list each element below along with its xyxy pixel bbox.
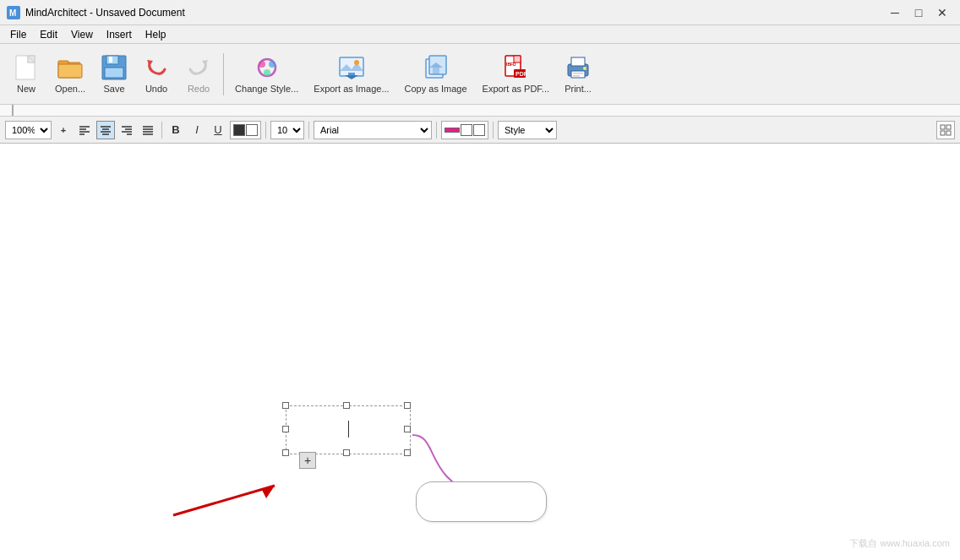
change-style-icon xyxy=(254,54,281,81)
border2-color-swatch xyxy=(473,124,485,136)
svg-marker-14 xyxy=(202,60,208,66)
ruler xyxy=(0,105,960,117)
svg-rect-57 xyxy=(941,131,945,135)
align-left-button[interactable] xyxy=(75,121,94,139)
handle-tl[interactable] xyxy=(282,402,289,409)
menu-view[interactable]: View xyxy=(64,27,100,42)
undo-icon xyxy=(143,54,170,81)
canvas[interactable]: + 下载自 www.huaxia.com xyxy=(0,144,960,560)
title-bar-left: M MindArchitect - Unsaved Document xyxy=(7,6,185,19)
underline-button[interactable]: U xyxy=(209,121,227,139)
export-pdf-button[interactable]: IBFD PDF Export as PDF... xyxy=(477,49,555,100)
font-size-select[interactable]: 10 8 9 11 12 14 16 18 24 xyxy=(270,121,304,139)
svg-rect-36 xyxy=(573,73,583,74)
save-button[interactable]: Save xyxy=(95,49,134,100)
handle-br[interactable] xyxy=(404,449,411,456)
svg-text:IBFD: IBFD xyxy=(506,62,516,67)
italic-button[interactable]: I xyxy=(188,121,206,139)
svg-text:M: M xyxy=(9,8,16,18)
svg-rect-27 xyxy=(433,68,439,74)
menu-bar: File Edit View Insert Help xyxy=(0,25,960,44)
undo-button[interactable]: Undo xyxy=(137,49,176,100)
svg-rect-58 xyxy=(946,131,951,135)
export-image-icon xyxy=(338,54,365,81)
bold-button[interactable]: B xyxy=(166,121,185,139)
svg-rect-34 xyxy=(571,57,585,66)
zoom-select[interactable]: 100% 50% 75% 125% 150% 200% xyxy=(5,121,52,139)
minimize-button[interactable]: ─ xyxy=(884,4,906,21)
save-icon xyxy=(101,54,128,81)
export-image-label: Export as Image... xyxy=(314,84,389,94)
justify-button[interactable] xyxy=(139,121,157,139)
add-button[interactable]: + xyxy=(54,121,73,139)
export-pdf-icon: IBFD PDF xyxy=(502,54,529,81)
fmt-sep-5 xyxy=(493,122,494,139)
maximize-button[interactable]: □ xyxy=(908,4,930,21)
toolbar-separator-1 xyxy=(223,53,224,95)
svg-marker-23 xyxy=(345,75,358,79)
menu-insert[interactable]: Insert xyxy=(100,27,139,42)
copy-image-button[interactable]: Copy as Image xyxy=(399,49,473,100)
close-button[interactable]: ✕ xyxy=(931,4,953,21)
redo-button[interactable]: Redo xyxy=(179,49,218,100)
handle-bm[interactable] xyxy=(343,449,350,456)
handle-ml[interactable] xyxy=(282,426,289,432)
handle-bl[interactable] xyxy=(282,449,289,456)
print-button[interactable]: Print... xyxy=(559,49,597,100)
border-color-swatch xyxy=(246,124,258,136)
svg-rect-56 xyxy=(946,125,951,129)
svg-point-17 xyxy=(269,61,275,68)
svg-point-16 xyxy=(259,61,265,68)
copy-image-icon xyxy=(423,54,450,81)
open-label: Open... xyxy=(55,84,85,94)
change-style-button[interactable]: Change Style... xyxy=(229,49,304,100)
svg-marker-60 xyxy=(262,486,275,498)
title-bar: M MindArchitect - Unsaved Document ─ □ ✕ xyxy=(0,0,960,25)
new-label: New xyxy=(17,84,35,94)
selected-node[interactable] xyxy=(286,405,412,456)
align-right-button[interactable] xyxy=(117,121,136,139)
fmt-sep-3 xyxy=(308,122,309,139)
svg-text:PDF: PDF xyxy=(515,71,528,77)
open-button[interactable]: Open... xyxy=(49,49,91,100)
window-title: MindArchitect - Unsaved Document xyxy=(25,7,185,19)
shape-color-picker[interactable] xyxy=(441,121,488,139)
svg-rect-55 xyxy=(941,125,945,129)
export-pdf-label: Export as PDF... xyxy=(483,84,549,94)
svg-point-18 xyxy=(264,69,270,76)
svg-rect-12 xyxy=(109,57,112,63)
child-node[interactable] xyxy=(416,481,547,522)
fill-color-swatch xyxy=(461,124,472,136)
handle-mr[interactable] xyxy=(404,426,411,432)
svg-rect-37 xyxy=(573,75,580,77)
copy-image-label: Copy as Image xyxy=(405,84,467,94)
font-name-select[interactable]: Arial Times New Roman Courier New Verdan… xyxy=(314,121,432,139)
add-child-button[interactable]: + xyxy=(299,452,316,469)
align-center-button[interactable] xyxy=(96,121,115,139)
window-controls: ─ □ ✕ xyxy=(884,4,953,21)
undo-label: Undo xyxy=(145,84,167,94)
new-button[interactable]: New xyxy=(7,49,46,100)
print-icon xyxy=(565,54,592,81)
text-cursor xyxy=(348,421,349,438)
menu-help[interactable]: Help xyxy=(139,27,173,42)
handle-tr[interactable] xyxy=(404,402,411,409)
color-picker[interactable] xyxy=(230,121,261,139)
save-label: Save xyxy=(104,84,125,94)
app-icon: M xyxy=(7,6,20,19)
grid-toggle[interactable] xyxy=(936,121,955,139)
toolbar: New Open... Save xyxy=(0,44,960,105)
handle-tm[interactable] xyxy=(343,402,350,409)
fmt-sep-2 xyxy=(265,122,266,139)
svg-rect-35 xyxy=(571,71,585,78)
menu-file[interactable]: File xyxy=(3,27,33,42)
svg-line-59 xyxy=(173,486,275,515)
svg-marker-13 xyxy=(147,60,153,66)
ruler-cursor xyxy=(12,105,14,116)
red-arrow-annotation xyxy=(165,473,300,524)
redo-label: Redo xyxy=(188,84,210,94)
line-color-swatch xyxy=(445,128,460,133)
style-select[interactable]: Style Default Heading 1 Heading 2 xyxy=(498,121,557,139)
export-image-button[interactable]: Export as Image... xyxy=(308,49,395,100)
menu-edit[interactable]: Edit xyxy=(33,27,64,42)
